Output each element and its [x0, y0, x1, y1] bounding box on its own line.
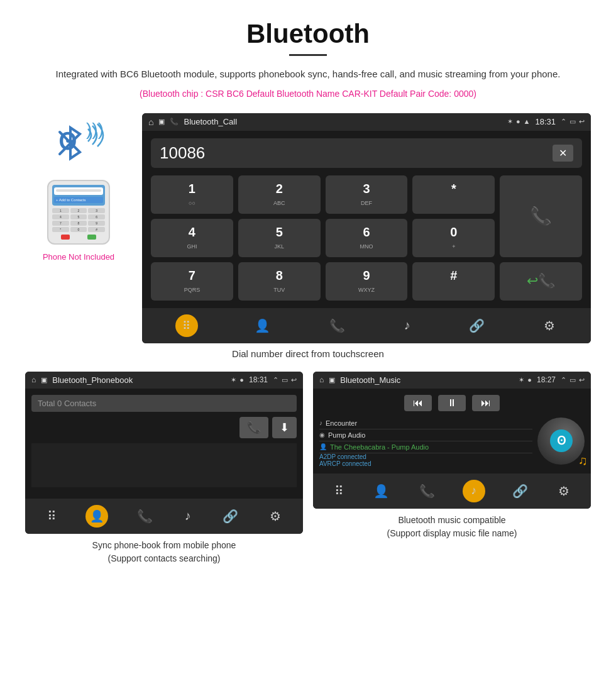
- phone-icon-header: 📞: [170, 118, 179, 126]
- main-screen-row: ))) ʘ + Add to Con: [25, 113, 591, 343]
- page-subtitle: Integrated with BC6 Bluetooth module, su…: [25, 67, 591, 82]
- pb-screen-title: Bluetooth_Phonebook: [52, 375, 226, 385]
- contacts-nav-icon[interactable]: 👤: [252, 316, 273, 336]
- back-icon: ↩: [579, 118, 585, 126]
- backspace-button[interactable]: ✕: [553, 145, 573, 162]
- settings-nav-icon[interactable]: ⚙: [541, 316, 558, 336]
- pb-search-field[interactable]: Total 0 Contacts: [31, 395, 297, 412]
- main-car-screen: ⌂ ▣ 📞 Bluetooth_Call ✶ ● ▲ 18:31 ⌃ ▭ ↩: [142, 113, 591, 343]
- music-bt-icon: ✶: [519, 376, 524, 384]
- pb-back-icon: ↩: [291, 376, 297, 384]
- pb-settings-icon[interactable]: ⚙: [267, 506, 283, 526]
- music-content: ⏮ ⏸ ⏭ ♪ Encounter ◉ Pump Audio: [313, 389, 591, 473]
- dialpad-nav-icon[interactable]: ⠿: [175, 314, 198, 337]
- music-screen-header: ⌂ ▣ Bluetooth_Music ✶ ● 18:27 ⌃ ▭ ↩: [313, 372, 591, 389]
- signal-icon: ●: [516, 118, 520, 126]
- header-nav-icons: ⌃ ▭ ↩: [561, 118, 585, 126]
- dial-bottom-bar: ⠿ 👤 📞 ♪ 🔗 ⚙: [142, 308, 591, 343]
- pb-call-icon[interactable]: 📞: [135, 506, 155, 526]
- track-name-2: Pump Audio: [328, 431, 365, 439]
- call-log-nav-icon[interactable]: 📞: [327, 316, 348, 336]
- music-track-2: ◉ Pump Audio: [319, 429, 532, 441]
- dial-number-display: 10086: [160, 143, 205, 163]
- dial-key-0[interactable]: 0+: [412, 219, 495, 257]
- dial-key-3[interactable]: 3DEF: [326, 175, 408, 214]
- disc-outer: ʘ: [537, 418, 585, 465]
- mock-key-9: 9: [88, 221, 105, 226]
- music-expand-icon: ⌃: [561, 376, 566, 384]
- music-note-overlay-icon: ♫: [578, 453, 588, 468]
- dial-key-9[interactable]: 9WXYZ: [326, 262, 408, 301]
- link-nav-icon[interactable]: 🔗: [466, 316, 487, 336]
- pb-signal-icon: ●: [239, 376, 244, 384]
- main-screen-caption: Dial number direct from touchscreen: [25, 348, 591, 359]
- music-next-button[interactable]: ⏭: [472, 395, 500, 411]
- pb-download-button[interactable]: ⬇: [272, 417, 297, 438]
- dial-screen-header: ⌂ ▣ 📞 Bluetooth_Call ✶ ● ▲ 18:31 ⌃ ▭ ↩: [142, 113, 591, 131]
- pb-music-icon[interactable]: ♪: [182, 506, 194, 526]
- music-caption: Bluetooth music compatible (Support disp…: [313, 514, 591, 540]
- home-icon: ⌂: [148, 117, 153, 127]
- dial-key-8[interactable]: 8TUV: [238, 262, 321, 301]
- phone-mock-screen-top: [54, 187, 103, 195]
- dial-screen-title: Bluetooth_Call: [184, 117, 502, 126]
- music-screen-icon: ▣: [329, 376, 335, 384]
- pb-expand-icon: ⌃: [273, 376, 278, 384]
- window-icon: ▭: [569, 118, 576, 126]
- pb-bottom-bar: ⠿ 👤 📞 ♪ 🔗 ⚙: [25, 499, 303, 534]
- dial-key-5[interactable]: 5JKL: [238, 219, 321, 257]
- dial-key-1[interactable]: 1○○: [151, 175, 233, 214]
- mock-key-6: 6: [88, 214, 105, 219]
- dial-key-7[interactable]: 7PQRS: [151, 262, 233, 301]
- mock-key-hash: #: [88, 227, 105, 232]
- music-time: 18:27: [537, 375, 556, 384]
- call-button[interactable]: 📞: [500, 175, 582, 257]
- pb-search-placeholder: Total 0 Contacts: [38, 399, 96, 408]
- track-name-3: The Cheebacabra - Pump Audio: [330, 443, 429, 451]
- music-home-icon: ⌂: [319, 375, 324, 384]
- music-prev-button[interactable]: ⏮: [404, 395, 432, 411]
- music-back-icon: ↩: [579, 376, 585, 384]
- bt-signal-waves-icon: [85, 123, 107, 148]
- bt-status-icon: ✶: [507, 118, 513, 126]
- music-tracks-list: ♪ Encounter ◉ Pump Audio 👤 The Cheebacab…: [319, 418, 532, 467]
- mock-key-5: 5: [70, 214, 87, 219]
- music-music-icon[interactable]: ♪: [463, 480, 485, 502]
- music-settings-icon[interactable]: ⚙: [556, 481, 572, 501]
- mock-key-8: 8: [70, 221, 87, 226]
- music-disc: ʘ ♫: [537, 418, 585, 465]
- music-contacts-icon[interactable]: 👤: [371, 481, 392, 501]
- mock-key-2: 2: [70, 208, 87, 213]
- pb-call-button[interactable]: 📞: [239, 417, 268, 438]
- music-info-row: ♪ Encounter ◉ Pump Audio 👤 The Cheebacab…: [319, 418, 585, 467]
- dot-icon: ▲: [524, 118, 531, 126]
- mock-call-btn[interactable]: [87, 235, 96, 240]
- music-nav-icon[interactable]: ♪: [401, 316, 412, 335]
- bluetooth-icon-wrapper: ))) ʘ: [53, 119, 104, 170]
- dial-key-6[interactable]: 6MNO: [326, 219, 408, 257]
- pb-time: 18:31: [249, 375, 268, 384]
- music-dialpad-icon[interactable]: ⠿: [332, 481, 346, 501]
- redial-button[interactable]: ↩📞: [500, 262, 582, 301]
- pb-bt-icon: ✶: [231, 376, 236, 384]
- phonebook-block: ⌂ ▣ Bluetooth_Phonebook ✶ ● 18:31 ⌃ ▭ ↩: [25, 372, 303, 565]
- music-window-icon: ▭: [569, 376, 576, 384]
- music-controls: ⏮ ⏸ ⏭: [319, 395, 585, 411]
- disc-bt-icon: ʘ: [550, 429, 573, 452]
- pb-dialpad-icon[interactable]: ⠿: [45, 506, 59, 526]
- music-track-3: 👤 The Cheebacabra - Pump Audio: [319, 441, 532, 453]
- dial-key-4[interactable]: 4GHI: [151, 219, 233, 257]
- dial-key-hash[interactable]: #: [412, 262, 495, 301]
- specs-line: (Bluetooth chip : CSR BC6 Default Blueto…: [25, 87, 591, 101]
- music-play-button[interactable]: ⏸: [438, 395, 466, 411]
- pb-link-icon[interactable]: 🔗: [220, 506, 241, 526]
- header-status-icons: ✶ ● ▲: [507, 118, 531, 126]
- phone-mock-bottom: [52, 235, 105, 240]
- pb-screen-header: ⌂ ▣ Bluetooth_Phonebook ✶ ● 18:31 ⌃ ▭ ↩: [25, 372, 303, 389]
- dial-key-2[interactable]: 2ABC: [238, 175, 321, 214]
- dial-key-star[interactable]: *: [412, 175, 495, 214]
- music-link-icon[interactable]: 🔗: [510, 481, 531, 501]
- music-call-icon[interactable]: 📞: [417, 481, 437, 501]
- pb-contacts-icon[interactable]: 👤: [85, 505, 108, 528]
- mock-key-star: *: [52, 227, 69, 232]
